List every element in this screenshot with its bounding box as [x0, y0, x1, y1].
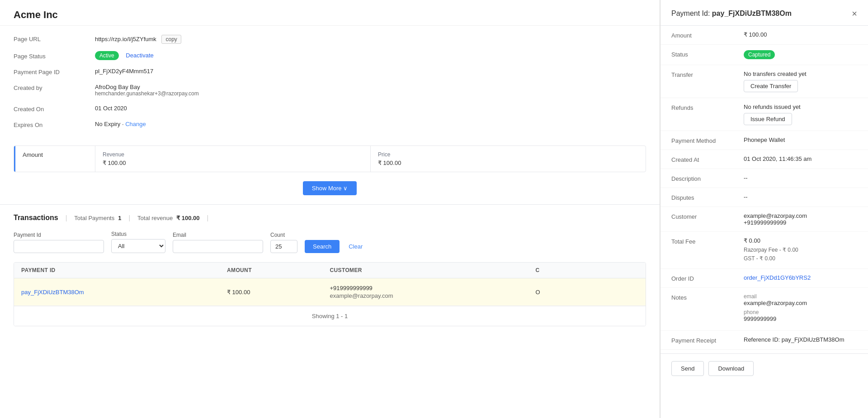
count-input[interactable]: 25 — [270, 240, 297, 253]
table-row: pay_FjXDiUzBTM38Om ₹ 100.00 +91999999999… — [14, 278, 646, 306]
transactions-header: Transactions | Total Payments 1 | Total … — [14, 214, 646, 222]
count-filter-label: Count — [270, 232, 297, 238]
col-payment-id: Payment Id — [21, 267, 227, 273]
detail-amount-label: Amount — [671, 31, 744, 39]
gst-fee: GST - ₹ 0.00 — [744, 254, 857, 263]
email-input[interactable] — [173, 240, 263, 253]
right-panel: Payment Id: pay_FjXDiUzBTM38Om × Amount … — [660, 0, 868, 418]
chart-revenue-label: Revenue — [103, 151, 363, 158]
chart-amount-label: Amount — [23, 151, 88, 158]
transactions-title: Transactions — [14, 214, 58, 222]
detail-transfer-value: No transfers created yet Create Transfer — [744, 70, 857, 92]
col-status: C — [536, 267, 639, 273]
filters-row: Payment Id Status All Captured Authorize… — [14, 231, 646, 253]
created-on-row: Created On 01 Oct 2020 — [14, 105, 646, 113]
detail-description-value: -- — [744, 174, 857, 182]
chart-price-label: Price — [378, 151, 638, 158]
bottom-actions: Send Download — [660, 353, 868, 383]
detail-transfer-label: Transfer — [671, 70, 744, 92]
created-by-row: Created by AfroDog Bay Bay hemchander.gu… — [14, 84, 646, 97]
right-panel-header: Payment Id: pay_FjXDiUzBTM38Om × — [660, 0, 868, 26]
detail-customer-value: example@razorpay.com +919999999999 — [744, 212, 857, 226]
detail-description-label: Description — [671, 174, 744, 182]
row-customer: +919999999999 example@razorpay.com — [330, 285, 536, 299]
active-badge: Active — [95, 51, 119, 60]
page-status-row: Page Status Active Deactivate — [14, 52, 646, 60]
email-filter-label: Email — [173, 232, 263, 238]
search-button[interactable]: Search — [305, 240, 340, 253]
page-url-value: https://rzp.io/l/j5ZYfumk copy — [95, 35, 181, 44]
order-id-link[interactable]: order_FjXDd1GY6bYRS2 — [744, 274, 811, 281]
fee-details: Razorpay Fee - ₹ 0.00 GST - ₹ 0.00 — [744, 246, 857, 263]
col-amount: Amount — [227, 267, 330, 273]
detail-notes-row: Notes email example@razorpay.com phone 9… — [660, 288, 868, 331]
payment-id-filter-label: Payment Id — [14, 232, 104, 238]
detail-notes-label: Notes — [671, 293, 744, 325]
created-by-email: hemchander.gunashekar+3@razorpay.com — [95, 90, 199, 97]
expires-on-label: Expires On — [14, 121, 95, 128]
razorpay-fee: Razorpay Fee - ₹ 0.00 — [744, 246, 857, 254]
download-button[interactable]: Download — [708, 361, 754, 376]
create-transfer-button[interactable]: Create Transfer — [744, 80, 798, 92]
status-filter-label: Status — [111, 231, 165, 237]
payment-id-link[interactable]: pay_FjXDiUzBTM38Om — [21, 289, 84, 296]
status-select[interactable]: All Captured Authorized Refunded Failed — [111, 239, 165, 253]
detail-payment-method-label: Payment Method — [671, 136, 744, 144]
created-on-value: 01 Oct 2020 — [95, 105, 127, 112]
detail-payment-receipt-value: Reference ID: pay_FjXDiUzBTM38Om — [744, 336, 857, 344]
total-payments-label: Total Payments — [74, 215, 114, 221]
detail-order-id-value: order_FjXDd1GY6bYRS2 — [744, 274, 857, 282]
expires-on-row: Expires On No Expiry · Change — [14, 121, 646, 128]
transactions-section: Transactions | Total Payments 1 | Total … — [0, 204, 660, 335]
detail-order-id-label: Order ID — [671, 274, 744, 282]
page-status-value: Active Deactivate — [95, 52, 154, 59]
transactions-table: Payment Id Amount Customer C pay_FjXDiUz… — [14, 262, 646, 326]
detail-total-fee-row: Total Fee ₹ 0.00 Razorpay Fee - ₹ 0.00 G… — [660, 232, 868, 269]
detail-created-at-label: Created At — [671, 155, 744, 163]
send-button[interactable]: Send — [671, 361, 704, 376]
show-more-button[interactable]: Show More ∨ — [303, 181, 357, 195]
row-customer-email: example@razorpay.com — [330, 292, 536, 299]
right-panel-title-prefix: Payment Id: — [671, 9, 712, 17]
count-filter: Count 25 — [270, 232, 297, 253]
detail-created-at-value: 01 Oct 2020, 11:46:35 am — [744, 155, 857, 163]
email-filter: Email — [173, 232, 263, 253]
issue-refund-button[interactable]: Issue Refund — [744, 113, 792, 125]
detail-notes-value: email example@razorpay.com phone 9999999… — [744, 293, 857, 325]
page-status-label: Page Status — [14, 52, 95, 60]
detail-status-label: Status — [671, 50, 744, 59]
total-revenue-value: ₹ 100.00 — [176, 215, 199, 221]
total-payments-meta: Total Payments 1 — [74, 215, 121, 221]
change-expiry-link[interactable]: Change — [125, 121, 146, 127]
total-revenue-label: Total revenue — [137, 215, 173, 221]
detail-payment-method-value: Phonepe Wallet — [744, 136, 857, 144]
page-url-label: Page URL — [14, 35, 95, 42]
expires-on-value: No Expiry · Change — [95, 121, 146, 127]
row-amount: ₹ 100.00 — [227, 289, 330, 296]
copy-button[interactable]: copy — [161, 35, 181, 44]
refunds-value-text: No refunds issued yet — [744, 103, 857, 110]
chart-revenue-col: Revenue ₹ 100.00 — [95, 146, 371, 172]
payment-page-id-label: Payment Page ID — [14, 68, 95, 75]
customer-email: example@razorpay.com — [744, 212, 857, 219]
page-title: Acme Inc — [14, 9, 646, 21]
notes-phone-block: phone 9999999999 — [744, 309, 857, 322]
detail-refunds-label: Refunds — [671, 103, 744, 125]
deactivate-link[interactable]: Deactivate — [126, 52, 153, 59]
page-url-row: Page URL https://rzp.io/l/j5ZYfumk copy — [14, 35, 646, 44]
payment-id-filter: Payment Id — [14, 232, 104, 253]
detail-disputes-value: -- — [744, 193, 857, 201]
clear-button[interactable]: Clear — [347, 240, 364, 253]
page-header: Acme Inc — [0, 0, 660, 26]
chart-price-col: Price ₹ 100.00 — [371, 146, 646, 172]
row-customer-phone: +919999999999 — [330, 285, 536, 291]
detail-customer-label: Customer — [671, 212, 744, 226]
chart-price-value: ₹ 100.00 — [378, 160, 638, 166]
total-payments-value: 1 — [118, 215, 121, 221]
payment-id-input[interactable] — [14, 240, 104, 253]
notes-email-block: email example@razorpay.com — [744, 293, 857, 306]
notes-phone-key: phone — [744, 309, 857, 315]
total-fee-amount: ₹ 0.00 — [744, 237, 857, 244]
detail-payment-method-row: Payment Method Phonepe Wallet — [660, 131, 868, 150]
close-button[interactable]: × — [852, 9, 857, 18]
